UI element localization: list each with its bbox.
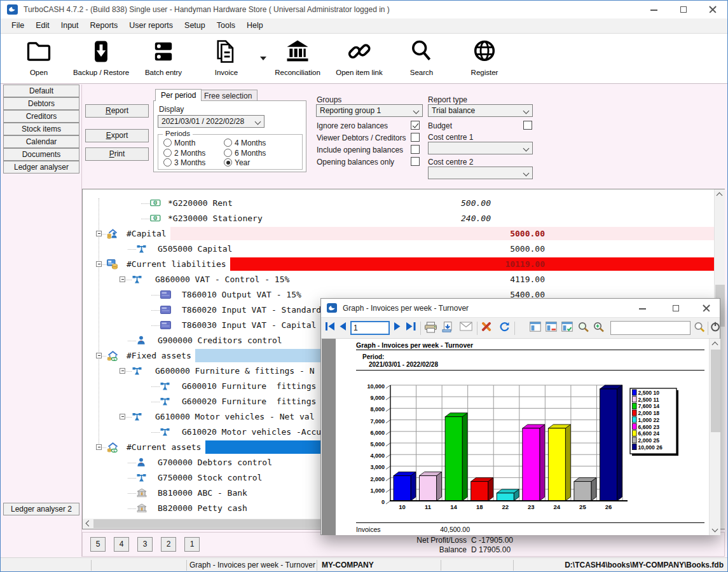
expand-toggle[interactable] <box>96 444 102 450</box>
checkbox-ignore-zero-balances[interactable] <box>411 121 420 130</box>
chevron-down-icon <box>712 526 718 533</box>
menu-user-reports[interactable]: User reports <box>123 18 179 32</box>
menu-file[interactable]: File <box>6 18 30 32</box>
report-button[interactable]: Report <box>85 104 149 118</box>
account-label: G600000 Furniture & fittings - N <box>155 364 314 379</box>
radio-4-months[interactable] <box>224 139 232 147</box>
radio-year[interactable] <box>224 158 232 167</box>
print-icon[interactable] <box>424 322 437 336</box>
first-page-icon[interactable] <box>325 322 336 334</box>
graph-maximize-button[interactable] <box>661 299 687 317</box>
radio-6-months[interactable] <box>224 149 232 157</box>
cost-centre-2-select[interactable] <box>428 167 533 179</box>
scroll-up-button[interactable] <box>715 189 725 200</box>
sidebar-item-debtors[interactable]: Debtors <box>3 97 79 110</box>
graph-titlebar[interactable]: Graph - Invoices per week - Turnover <box>321 299 720 318</box>
tree-row-g505000[interactable]: G505000 Capital5000.00 <box>83 242 724 257</box>
tree-row-capital[interactable]: #Capital5000.00 <box>83 226 724 242</box>
next-page-icon[interactable] <box>394 322 402 334</box>
register-button[interactable]: Register <box>448 37 521 79</box>
groups-select[interactable]: Reporting group 1 <box>316 104 423 117</box>
radio-month[interactable] <box>163 139 172 147</box>
sidebar-item-stock-items[interactable]: Stock items <box>3 123 79 135</box>
report-vertical-scrollbar[interactable] <box>709 339 720 535</box>
expand-toggle[interactable] <box>96 261 102 267</box>
export-icon[interactable] <box>442 322 454 335</box>
expand-toggle[interactable] <box>120 368 125 374</box>
sidebar-item-calendar[interactable]: Calendar <box>3 135 79 148</box>
scrollbar-thumb[interactable] <box>711 350 720 432</box>
page-button-1[interactable]: 1 <box>184 537 200 552</box>
tab-free-selection[interactable]: Free selection <box>198 90 258 101</box>
report-layout-icon[interactable] <box>530 322 541 334</box>
menu-setup[interactable]: Setup <box>179 18 211 32</box>
menu-help[interactable]: Help <box>241 18 269 32</box>
email-icon[interactable] <box>460 322 472 334</box>
search-gold-icon[interactable] <box>694 322 705 335</box>
report-remove-icon[interactable] <box>546 322 557 334</box>
menu-input[interactable]: Input <box>55 18 85 32</box>
tree-row-current[interactable]: #Current liabilities10119.00 <box>83 257 724 272</box>
tree-row-g860000[interactable]: G860000 VAT - Control - 15%4119.00 <box>83 272 724 287</box>
graph-minimize-button[interactable] <box>628 299 654 317</box>
scroll-down-button[interactable] <box>710 525 720 535</box>
page-button-4[interactable]: 4 <box>114 537 129 552</box>
page-button-5[interactable]: 5 <box>90 537 106 552</box>
checkbox-include-opening-balances[interactable] <box>411 145 420 154</box>
page-button-3[interactable]: 3 <box>137 537 153 552</box>
account-label: T860020 Input VAT - Standard <box>182 303 321 318</box>
checkbox-opening-balances-only[interactable] <box>411 157 420 166</box>
print-button[interactable]: Print <box>85 147 149 161</box>
minimize-button[interactable] <box>640 1 669 18</box>
display-period-select[interactable]: 2021/03/01 / 2022/02/28 <box>158 115 264 128</box>
sidebar-item-creditors[interactable]: Creditors <box>3 110 79 123</box>
sidebar-item-ledger-analyser-2[interactable]: Ledger analyser 2 <box>3 503 79 515</box>
report-type-select[interactable]: Trial balance <box>428 104 533 117</box>
scroll-left-button[interactable] <box>83 519 93 529</box>
menu-edit[interactable]: Edit <box>30 18 55 32</box>
budget-checkbox[interactable] <box>523 121 532 130</box>
zoom-out-icon[interactable] <box>578 322 589 335</box>
report-check-icon[interactable] <box>561 322 573 334</box>
expand-toggle[interactable] <box>96 231 102 236</box>
page-number-input[interactable] <box>350 321 390 335</box>
account-label: #Current assets <box>127 440 201 455</box>
power-icon[interactable] <box>710 322 720 334</box>
chevron-up-icon <box>717 193 723 199</box>
cost-centre-2-label: Cost centre 2 <box>428 158 473 167</box>
previous-page-icon[interactable] <box>338 322 347 334</box>
page-button-2[interactable]: 2 <box>161 537 176 552</box>
radio-2-months[interactable] <box>163 149 172 157</box>
last-page-icon[interactable] <box>406 322 416 334</box>
expand-toggle[interactable] <box>96 353 102 358</box>
close-button[interactable] <box>698 1 727 18</box>
chevron-down-icon <box>523 108 530 114</box>
expand-toggle[interactable] <box>120 414 125 419</box>
invoice-dropdown-icon[interactable] <box>260 57 266 60</box>
refresh-icon[interactable] <box>499 322 510 334</box>
sidebar-item-ledger-analyser[interactable]: Ledger analyser <box>3 161 79 174</box>
status-books-path: D:\TCASH4\books\MY-COMPANY\Books.fdb <box>565 561 724 569</box>
sidebar-item-default[interactable]: Default <box>3 85 79 97</box>
graph-close-button[interactable] <box>692 299 717 317</box>
radio-3-months[interactable] <box>163 158 172 167</box>
globe-icon <box>448 37 521 67</box>
tab-per-period[interactable]: Per period <box>155 89 202 101</box>
checkbox-viewer-debtors-creditors[interactable] <box>411 133 420 142</box>
expand-toggle[interactable] <box>120 276 125 282</box>
svg-text:2,500 10: 2,500 10 <box>638 390 660 396</box>
tree-row-g220000[interactable]: 0*G220000 Rent500.00 <box>83 196 724 211</box>
menu-reports[interactable]: Reports <box>85 18 124 32</box>
tools-icon[interactable] <box>481 322 492 334</box>
zoom-in-icon[interactable] <box>593 322 605 335</box>
account-label: G610000 Motor vehicles - Net val <box>155 409 314 425</box>
sidebar-item-documents[interactable]: Documents <box>3 148 79 161</box>
tree-row-g230000[interactable]: 0*G230000 Stationery240.00 <box>83 211 724 226</box>
maximize-button[interactable] <box>669 1 698 18</box>
invoice-button[interactable]: Invoice <box>189 37 263 79</box>
cost-centre-1-select[interactable] <box>428 142 533 154</box>
export-button[interactable]: Export <box>85 129 149 142</box>
search-input[interactable] <box>610 321 690 335</box>
menu-tools[interactable]: Tools <box>211 18 241 32</box>
scroll-up-button[interactable] <box>710 339 720 349</box>
